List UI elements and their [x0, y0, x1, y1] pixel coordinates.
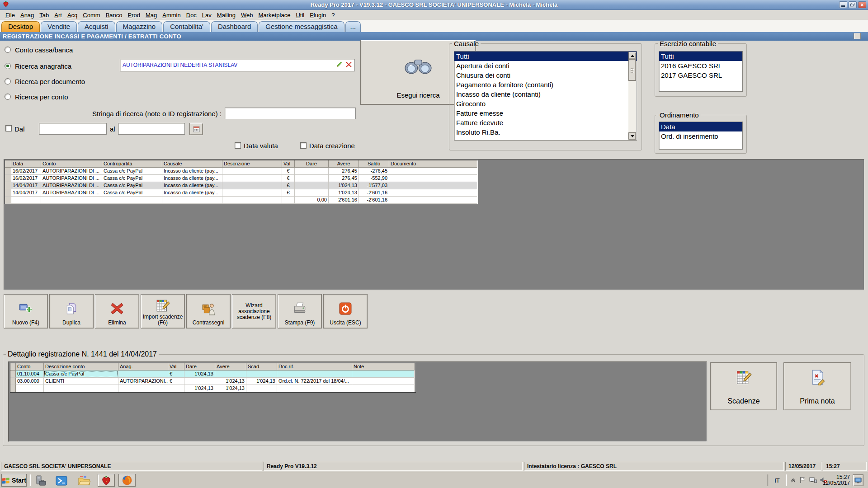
causale-item[interactable]: Fatture emesse — [454, 108, 637, 118]
table-row-selected[interactable]: 14/04/2017 AUTORIPARAZIONI DI ... Cassa … — [5, 182, 478, 189]
causale-item[interactable]: Giroconto — [454, 99, 637, 108]
edit-pencil-icon[interactable] — [336, 61, 343, 70]
string-search-input[interactable] — [225, 108, 356, 119]
causale-item[interactable]: Fatture ricevute — [454, 118, 637, 127]
elimina-button[interactable]: Elimina — [95, 294, 139, 328]
ordinamento-item[interactable]: Ord. di inserimento — [659, 131, 742, 141]
esercizio-item[interactable]: Tutti — [659, 52, 742, 61]
al-date-input[interactable] — [118, 123, 185, 135]
tab-more[interactable]: ... — [345, 21, 361, 32]
radio-conto-cassa-banca[interactable]: Conto cassa/banca — [5, 46, 73, 54]
tab-gestione-messaggistica[interactable]: Gestione messaggistica — [259, 21, 344, 32]
action-center-flag-icon[interactable] — [799, 477, 806, 485]
esercizio-item[interactable]: 2016 GAESCO SRL — [659, 61, 742, 70]
column-header[interactable]: Documento — [389, 160, 477, 168]
column-header[interactable]: Causale — [162, 160, 222, 168]
firefox-launcher[interactable] — [118, 474, 136, 487]
uscita-button[interactable]: Uscita (ESC) — [323, 294, 368, 328]
menu-ammin[interactable]: Ammin — [160, 11, 183, 19]
menu-comm[interactable]: Comm — [80, 11, 103, 19]
detail-row[interactable]: 03.00.000 CLIENTI AUTORIPARAZIONI... € 1… — [10, 378, 415, 385]
show-desktop-button[interactable] — [853, 474, 863, 486]
minimize-button[interactable] — [839, 1, 847, 8]
dal-date-input[interactable] — [39, 123, 107, 135]
column-header[interactable]: Note — [352, 363, 415, 371]
file-explorer-launcher[interactable] — [78, 475, 90, 487]
menu-util[interactable]: Util — [293, 11, 307, 19]
menu-marketplace[interactable]: Marketplace — [256, 11, 293, 19]
radio-ricerca-anagrafica[interactable]: Ricerca anagrafica — [5, 62, 71, 70]
tab-desktop[interactable]: Desktop — [1, 21, 40, 32]
menu-mag[interactable]: Mag — [143, 11, 160, 19]
menu-file[interactable]: File — [3, 11, 18, 19]
clear-search-icon[interactable] — [346, 61, 352, 69]
duplica-button[interactable]: Duplica — [49, 294, 94, 328]
causale-item[interactable]: Pagamento a fornitore (contanti) — [454, 80, 637, 89]
menu-mailing[interactable]: Mailing — [214, 11, 238, 19]
scroll-up-button[interactable] — [628, 52, 636, 59]
menu-prod[interactable]: Prod — [125, 11, 143, 19]
tab-acquisti[interactable]: Acquisti — [78, 21, 115, 32]
tab-dashboard[interactable]: Dashboard — [211, 21, 258, 32]
causale-item[interactable]: Chiusura dei conti — [454, 70, 637, 80]
menu-tab[interactable]: Tab — [37, 11, 52, 19]
calendar-button[interactable] — [189, 123, 203, 135]
menu-lav[interactable]: Lav — [199, 11, 214, 19]
ordinamento-item[interactable]: Data — [659, 122, 742, 131]
column-header[interactable]: Data — [11, 160, 41, 168]
taskbar-clock[interactable]: 15:27 12/05/2017 — [816, 474, 850, 486]
column-header[interactable]: Descrizione conto — [44, 363, 118, 371]
anagrafica-input[interactable] — [120, 62, 336, 68]
causale-item[interactable]: Tutti — [454, 52, 637, 61]
column-header[interactable]: Descrizione — [222, 160, 282, 168]
esercizio-item[interactable]: 2017 GAESCO SRL — [659, 70, 742, 80]
language-indicator[interactable]: IT — [770, 475, 784, 486]
data-valuta-checkbox[interactable] — [235, 142, 241, 149]
column-header[interactable]: Conto — [41, 160, 102, 168]
data-creazione-checkbox[interactable] — [300, 142, 307, 149]
radio-ricerca-conto[interactable]: Ricerca per conto — [5, 93, 68, 101]
detail-row-selected[interactable]: 01.10.004 Cassa c/c PayPal € 1'024,13 — [10, 371, 415, 378]
contrassegni-button[interactable]: Contrassegni — [186, 294, 231, 328]
readypro-launcher[interactable] — [98, 474, 115, 487]
prima-nota-button[interactable]: Prima nota — [783, 362, 851, 410]
column-header[interactable]: Dare — [184, 363, 215, 371]
menu-web[interactable]: Web — [238, 11, 256, 19]
causale-item[interactable]: Insoluto Ri.Ba. — [454, 127, 637, 137]
column-header[interactable]: Val. — [168, 363, 184, 371]
menu-acq[interactable]: Acq — [65, 11, 80, 19]
powershell-launcher[interactable] — [55, 475, 68, 487]
restore-button[interactable] — [849, 1, 857, 8]
column-header[interactable]: Conto — [16, 363, 44, 371]
radio-ricerca-documento[interactable]: Ricerca per documento — [5, 77, 85, 85]
causale-item[interactable]: Incasso da cliente (contanti) — [454, 89, 637, 99]
stampa-button[interactable]: Stampa (F9) — [278, 294, 322, 328]
causale-item[interactable]: Apertura dei conti — [454, 61, 637, 70]
scroll-down-button[interactable] — [628, 132, 636, 140]
page-header-button[interactable] — [854, 33, 861, 39]
table-row[interactable]: 16/02/2017 AUTORIPARAZIONI DI ... Cassa … — [5, 175, 478, 182]
column-header[interactable]: Avere — [329, 160, 359, 168]
tab-contabilita[interactable]: Contabilita' — [163, 21, 210, 32]
close-button[interactable]: × — [858, 1, 866, 8]
column-header[interactable]: Scad. — [246, 363, 277, 371]
menu-help[interactable]: ? — [329, 11, 337, 19]
column-header[interactable]: Doc.rif. — [277, 363, 352, 371]
table-row[interactable]: 16/02/2017 AUTORIPARAZIONI DI ... Cassa … — [5, 168, 478, 175]
column-header[interactable]: Avere — [215, 363, 246, 371]
menu-plugin[interactable]: Plugin — [307, 11, 329, 19]
menu-doc[interactable]: Doc — [184, 11, 199, 19]
network-tray-icon[interactable] — [809, 477, 817, 485]
menu-art[interactable]: Art — [52, 11, 65, 19]
column-header[interactable]: Anag. — [118, 363, 168, 371]
nuovo-button[interactable]: Nuovo (F4) — [4, 294, 48, 328]
tab-vendite[interactable]: Vendite — [41, 21, 77, 32]
system-tools-launcher[interactable] — [34, 475, 47, 487]
scadenze-button[interactable]: Scadenze — [710, 362, 777, 410]
wizard-scadenze-button[interactable]: Wizard associazione scadenze (F8) — [232, 294, 276, 328]
dal-checkbox[interactable] — [5, 125, 12, 131]
table-row[interactable]: 14/04/2017 AUTORIPARAZIONI DI ... Cassa … — [5, 189, 478, 197]
menu-anag[interactable]: Anag — [18, 11, 37, 19]
tab-magazzino[interactable]: Magazzino — [116, 21, 163, 32]
column-header[interactable]: Saldo — [359, 160, 389, 168]
